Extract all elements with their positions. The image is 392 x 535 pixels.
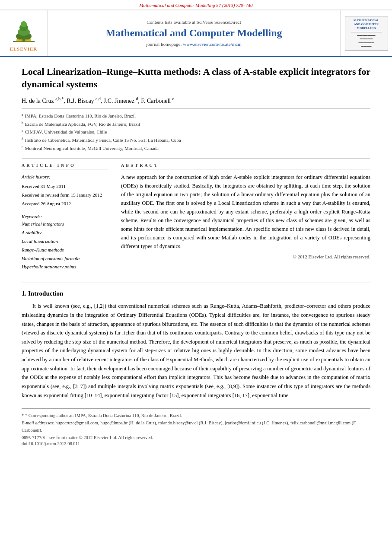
accepted-date: Accepted 26 August 2012	[22, 200, 108, 208]
article-title: Local Linearization–Runge–Kutta methods:…	[22, 66, 370, 90]
affiliations: a IMPA, Estrada Dona Castorina 110, Rio …	[22, 112, 370, 152]
email-line: E-mail addresses: hugocruzo@gmail.com, h…	[22, 420, 370, 434]
elsevier-logo: ELSEVIER	[9, 15, 39, 51]
affil-item-c: c CIMFAV, Universidad de Valparaíso, Chi…	[22, 128, 370, 136]
issn-line: 0895-7177/$ – see front matter © 2012 El…	[22, 434, 370, 442]
keyword-6: Hyperbolic stationary points	[22, 263, 108, 271]
keyword-5: Variation of constants formula	[22, 255, 108, 263]
elsevier-brand-text: ELSEVIER	[10, 46, 38, 51]
revised-date: Received in revised form 15 January 2012	[22, 191, 108, 200]
article-history: Article history: Received 31 May 2011 Re…	[22, 173, 108, 208]
keyword-2: A-stability	[22, 229, 108, 237]
elsevier-logo-area: ELSEVIER	[0, 10, 48, 56]
journal-homepage: journal homepage: www.elsevier.com/locat…	[146, 41, 241, 47]
article-info-column: A R T I C L E I N F O Article history: R…	[22, 163, 108, 276]
star-note-text: * Corresponding author at: IMPA, Estrada…	[25, 413, 182, 418]
footnote-star: * * Corresponding author at: IMPA, Estra…	[22, 412, 370, 420]
authors-line: H. de la Cruz a,b,*, R.J. Biscay c,d, J.…	[22, 96, 370, 105]
abstract-column: A B S T R A C T A new approach for the c…	[121, 163, 370, 276]
sciverse-line: Contents lists available at SciVerse Sci…	[147, 19, 241, 25]
banner-text: Mathematical and Computer Modelling 57 (…	[139, 3, 252, 8]
keywords-heading: Keywords:	[22, 214, 108, 219]
keywords-section: Keywords: Numerical integrators A-stabil…	[22, 214, 108, 271]
email-addresses: hugocruzo@gmail.com, hugo@impa.br (H. de…	[22, 420, 357, 433]
affil-text-b: Escola de Matemática Aplicada, FGV, Rio …	[25, 120, 140, 128]
affil-text-e: Montreal Neurological Institute, McGill …	[25, 144, 158, 153]
abstract-heading: A B S T R A C T	[121, 163, 370, 169]
section-divider	[22, 283, 370, 283]
affil-text-d: Instituto de Cibernética, Matemática y F…	[25, 136, 181, 144]
history-heading: Article history:	[22, 173, 108, 182]
keyword-4: Runge–Kutta methods	[22, 246, 108, 255]
svg-point-5	[21, 21, 27, 27]
top-banner: Mathematical and Computer Modelling 57 (…	[0, 0, 392, 10]
journal-center-info: Contents lists available at SciVerse Sci…	[48, 10, 340, 56]
homepage-label: journal homepage:	[146, 41, 182, 47]
journal-logo-box: MATHEMATICALAND COMPUTERMODELLING ▬▬▬▬▬▬…	[345, 16, 388, 51]
intro-paragraph-1: It is well known (see, e.g., [1,2]) that…	[22, 302, 370, 400]
email-label: E-mail addresses:	[22, 420, 55, 425]
footer-area: * * Corresponding author at: IMPA, Estra…	[22, 408, 370, 446]
affil-separator	[22, 108, 370, 108]
abstract-text: A new approach for the construction of h…	[121, 173, 370, 251]
received-date: Received 31 May 2011	[22, 182, 108, 191]
keyword-1: Numerical integrators	[22, 220, 108, 229]
affil-item-b: b Escola de Matemática Aplicada, FGV, Ri…	[22, 120, 370, 128]
intro-heading: 1. Introduction	[22, 290, 370, 297]
journal-logo-title: MATHEMATICALAND COMPUTERMODELLING	[354, 19, 379, 30]
two-column-layout: A R T I C L E I N F O Article history: R…	[22, 158, 370, 276]
affil-item-e: e Montreal Neurological Institute, McGil…	[22, 144, 370, 153]
copyright-line: © 2012 Elsevier Ltd. All rights reserved…	[121, 254, 370, 259]
svg-rect-7	[25, 39, 31, 41]
affil-item-d: d Instituto de Cibernética, Matemática y…	[22, 136, 370, 144]
affil-text-a: IMPA, Estrada Dona Castorina 110, Rio de…	[25, 112, 136, 120]
main-content: Local Linearization–Runge–Kutta methods:…	[0, 57, 392, 455]
journal-header: ELSEVIER Contents lists available at Sci…	[0, 10, 392, 57]
doi-line: doi:10.1016/j.mcm.2012.08.011	[22, 441, 370, 446]
journal-logo-right: MATHEMATICALAND COMPUTERMODELLING ▬▬▬▬▬▬…	[340, 10, 392, 56]
keyword-3: Local linearization	[22, 237, 108, 246]
affil-text-c: CIMFAV, Universidad de Valparaíso, Chile	[25, 128, 107, 136]
elsevier-tree-icon	[9, 15, 39, 45]
article-info-heading: A R T I C L E I N F O	[22, 163, 108, 169]
svg-rect-6	[16, 39, 22, 41]
sciverse-prefix: Contents lists available at SciVerse Sci…	[147, 19, 241, 25]
affil-item-a: a IMPA, Estrada Dona Castorina 110, Rio …	[22, 112, 370, 120]
homepage-link[interactable]: www.elsevier.com/locate/mcm	[183, 41, 242, 47]
star-symbol: *	[22, 413, 25, 418]
journal-title: Mathematical and Computer Modelling	[105, 27, 282, 39]
